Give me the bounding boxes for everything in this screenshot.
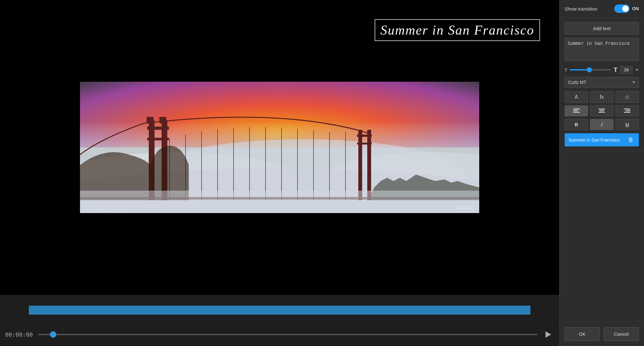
align-center-icon (599, 108, 605, 113)
bold-label: B (575, 122, 578, 127)
font-size-value: 38 (620, 66, 632, 74)
svg-rect-33 (599, 112, 605, 113)
font-dropdown[interactable]: Curlz MT Arial Times New Roman Georgia V… (565, 77, 639, 88)
text-effects-label: fx (600, 94, 604, 100)
toggle-container: ON (614, 4, 639, 13)
align-center-button[interactable] (590, 105, 613, 116)
text-effects-button[interactable]: fx (590, 91, 613, 103)
underline-label: U (625, 122, 629, 127)
playhead-dot[interactable] (50, 331, 56, 338)
font-size-row: T T 38 ▼ (565, 66, 639, 74)
video-area: Summer in San Francisco (0, 0, 559, 346)
bold-button[interactable]: B (565, 119, 588, 130)
align-row (565, 105, 639, 116)
text-style-row: A fx ◇ (565, 91, 639, 103)
add-text-section: Add text T T 38 ▼ Curlz MT Arial Times N… (560, 18, 644, 151)
right-panel: Show transition ON Add text T T 38 ▼ Cur… (559, 0, 644, 346)
italic-label: / (601, 122, 602, 127)
align-left-icon (573, 108, 580, 113)
timeline-area: 00:00:00 (0, 295, 559, 346)
text-opacity-label: ◇ (625, 94, 629, 100)
svg-rect-36 (624, 112, 630, 113)
text-color-label: A (575, 94, 578, 100)
font-size-slider[interactable] (570, 69, 611, 70)
toggle-label: ON (632, 6, 639, 11)
playhead-container (38, 331, 537, 338)
show-transition-row: Show transition ON (565, 4, 639, 13)
font-size-t-large: T (614, 66, 617, 74)
timeline-bar (29, 306, 530, 315)
svg-rect-6 (147, 127, 169, 130)
font-size-dropdown-arrow: ▼ (635, 68, 639, 72)
svg-rect-35 (626, 110, 630, 111)
svg-rect-31 (599, 109, 605, 110)
svg-rect-13 (357, 143, 372, 144)
underline-button[interactable]: U (616, 119, 639, 130)
text-input[interactable] (565, 38, 639, 61)
italic-button[interactable]: / (590, 119, 613, 130)
timeline-bar-fill (29, 306, 530, 315)
timeline-handle-left[interactable] (56, 306, 62, 315)
add-text-button[interactable]: Add text (565, 22, 639, 35)
bridge-svg (80, 82, 479, 213)
text-color-button[interactable]: A (565, 91, 588, 103)
svg-rect-7 (147, 138, 169, 140)
time-display: 00:00:00 (5, 331, 33, 338)
video-watermark: David Go (456, 205, 473, 210)
playhead-track (38, 334, 537, 335)
timeline-handles (29, 315, 530, 324)
toggle-switch[interactable] (614, 4, 630, 13)
timeline-controls: 00:00:00 (0, 326, 559, 343)
svg-rect-30 (573, 112, 580, 113)
text-item-label: Summer in San Francisco (568, 137, 620, 143)
video-canvas: Summer in San Francisco (0, 0, 559, 295)
text-item-row[interactable]: Summer in San Francisco 🗑 (565, 133, 639, 146)
text-item-delete-button[interactable]: 🗑 (627, 136, 635, 143)
toggle-knob (622, 5, 629, 12)
align-right-button[interactable] (616, 105, 639, 116)
align-right-icon (624, 108, 630, 113)
svg-rect-12 (357, 135, 372, 137)
svg-rect-28 (573, 109, 580, 110)
svg-rect-32 (600, 110, 604, 111)
svg-rect-10 (358, 130, 362, 200)
play-button[interactable] (543, 329, 554, 340)
svg-rect-29 (573, 110, 578, 111)
svg-rect-27 (80, 191, 479, 213)
font-size-t-small: T (565, 68, 567, 72)
video-overlay-text: Summer in San Francisco (375, 19, 540, 41)
timeline-bar-container (0, 306, 559, 324)
panel-bottom: OK Cancel (560, 322, 644, 346)
cancel-button[interactable]: Cancel (604, 327, 639, 341)
timeline-handle-right[interactable] (497, 306, 503, 315)
play-icon (545, 331, 551, 338)
svg-rect-9 (159, 117, 166, 123)
text-opacity-button[interactable]: ◇ (616, 91, 639, 103)
ok-button[interactable]: OK (565, 327, 600, 341)
show-transition-section: Show transition ON (560, 0, 644, 18)
svg-rect-11 (367, 130, 371, 200)
video-image: David Go (80, 82, 479, 213)
show-transition-label: Show transition (565, 6, 598, 12)
align-left-button[interactable] (565, 105, 588, 116)
font-dropdown-row: Curlz MT Arial Times New Roman Georgia V… (565, 77, 639, 88)
format-btn-row: B / U (565, 119, 639, 130)
svg-rect-34 (624, 109, 630, 110)
